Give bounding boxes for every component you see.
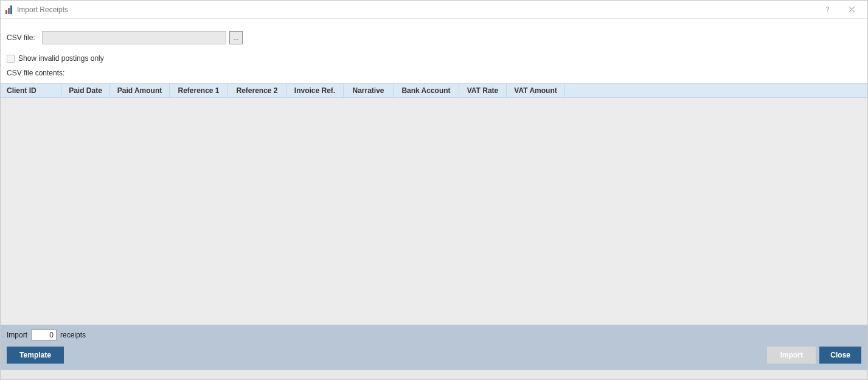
column-header[interactable]: VAT Rate [459,84,507,97]
grid-header: Client ID Paid Date Paid Amount Referenc… [1,83,867,98]
import-receipts-dialog: Import Receipts ? CSV file: ... Show inv… [0,0,868,380]
import-suffix: receipts [60,331,86,339]
show-invalid-label: Show invalid postings only [18,54,104,63]
column-header[interactable]: Reference 2 [228,84,286,97]
csv-file-label: CSV file: [7,33,42,42]
close-icon [849,6,855,13]
column-header[interactable]: Paid Date [61,84,110,97]
form-area: CSV file: ... Show invalid postings only… [1,19,867,83]
grid-body[interactable] [1,98,867,325]
column-header[interactable]: Reference 1 [170,84,228,97]
import-prefix: Import [7,331,27,339]
svg-text:?: ? [825,6,829,13]
footer-bar: Import 0 receipts Template Import Close [1,325,867,370]
column-header[interactable]: Client ID [1,84,61,97]
show-invalid-checkbox[interactable] [7,55,15,63]
contents-label: CSV file contents: [7,69,861,77]
app-icon [5,5,12,14]
help-button[interactable]: ? [815,1,839,18]
help-icon: ? [824,6,831,13]
template-button[interactable]: Template [7,347,64,364]
grid: Client ID Paid Date Paid Amount Referenc… [1,83,867,325]
titlebar: Import Receipts ? [1,1,867,19]
import-count-field[interactable]: 0 [31,330,57,340]
column-header[interactable]: VAT Amount [507,84,565,97]
status-strip [1,370,867,379]
browse-button[interactable]: ... [229,31,243,44]
column-header-spacer [565,84,867,97]
window-title: Import Receipts [17,5,68,14]
column-header[interactable]: Invoice Ref. [286,84,344,97]
close-window-button[interactable] [839,1,864,18]
column-header[interactable]: Paid Amount [110,84,170,97]
column-header[interactable]: Bank Account [394,84,459,97]
csv-file-input[interactable] [42,31,226,44]
import-button[interactable]: Import [767,347,816,364]
close-button[interactable]: Close [819,347,861,364]
column-header[interactable]: Narrative [344,84,394,97]
